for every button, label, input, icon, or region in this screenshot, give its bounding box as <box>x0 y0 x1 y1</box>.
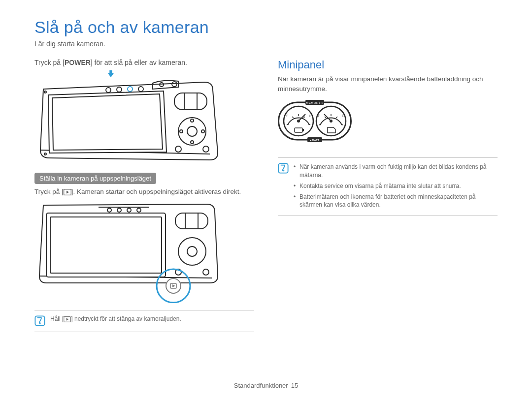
svg-point-2 <box>160 83 164 87</box>
play-icon <box>64 188 71 198</box>
footer-section: Standardfunktioner <box>234 382 288 389</box>
divider <box>278 216 498 216</box>
svg-point-12 <box>187 126 197 136</box>
svg-point-16 <box>201 130 204 133</box>
svg-point-25 <box>127 208 131 212</box>
divider <box>278 157 498 158</box>
svg-point-17 <box>175 146 181 152</box>
svg-point-26 <box>137 208 141 212</box>
playback-section-label: Ställa in kameran på uppspelningsläget <box>34 173 156 184</box>
power-instruction-suffix: ] för att slå på eller av kameran. <box>91 59 187 66</box>
playback-suffix: ]. Kameran startar och uppspelningsläget… <box>71 188 241 195</box>
arrow-down-icon <box>34 69 254 78</box>
svg-point-6 <box>128 87 133 92</box>
svg-marker-22 <box>66 191 69 194</box>
svg-marker-42 <box>66 318 69 320</box>
minipanel-intro: När kameran är på visar minipanelen kvar… <box>278 74 498 93</box>
svg-point-32 <box>178 238 206 265</box>
svg-point-18 <box>203 146 209 152</box>
svg-text:F: F <box>318 114 320 118</box>
playback-instruction: Tryck på [ ]. Kameran startar och uppspe… <box>34 187 254 198</box>
minipanel-gauge-illustration: F E <box>278 99 498 145</box>
page-footer: Standardfunktioner15 <box>0 382 532 389</box>
camera-back-illustration <box>34 80 254 164</box>
page-subtitle: Lär dig starta kameran. <box>34 40 498 48</box>
footer-page-number: 15 <box>291 382 298 389</box>
svg-rect-29 <box>175 213 208 229</box>
svg-point-33 <box>187 247 197 256</box>
silence-note-prefix: Håll [ <box>50 315 64 322</box>
svg-point-4 <box>106 88 111 93</box>
svg-rect-0 <box>109 70 112 73</box>
minipanel-notes-list: När kameran används i varm och fuktig mi… <box>294 163 498 212</box>
svg-point-7 <box>138 87 143 92</box>
list-item: Kontakta service om visarna på mätarna i… <box>294 182 498 190</box>
silence-note-text: Håll [ ] nedtryckt för att stänga av kam… <box>50 315 181 328</box>
svg-point-13 <box>191 119 194 122</box>
gauge-label-batt: ◂ BATT. <box>310 139 320 142</box>
note-icon <box>278 163 289 212</box>
svg-point-5 <box>117 87 122 92</box>
page-title: Slå på och av kameran <box>34 18 498 37</box>
gauge-label-memory: MEMORY ▸ <box>306 101 323 104</box>
svg-point-63 <box>330 120 332 123</box>
svg-point-3 <box>172 82 177 87</box>
list-item: När kameran används i varm och fuktig mi… <box>294 163 498 180</box>
silence-note-suffix: ] nedtryckt för att stänga av kameraljud… <box>71 315 181 322</box>
power-label: POWER <box>65 59 91 66</box>
power-instruction-prefix: Tryck på [ <box>34 59 65 66</box>
divider <box>34 310 254 310</box>
svg-rect-28 <box>50 217 162 273</box>
power-instruction: Tryck på [POWER] för att slå på eller av… <box>34 59 254 66</box>
svg-point-51 <box>297 120 300 123</box>
svg-point-20 <box>44 153 46 155</box>
svg-point-23 <box>107 208 111 212</box>
silence-note: Håll [ ] nedtryckt för att stänga av kam… <box>34 315 254 328</box>
divider <box>34 332 254 332</box>
minipanel-heading: Minipanel <box>278 59 498 71</box>
note-icon <box>34 315 45 328</box>
list-item: Batterimätaren och ikonerna för batterie… <box>294 193 498 210</box>
svg-point-15 <box>180 130 183 133</box>
svg-point-14 <box>191 141 194 144</box>
svg-point-35 <box>203 269 209 275</box>
camera-playback-illustration <box>34 202 254 303</box>
svg-text:E: E <box>309 114 312 118</box>
svg-point-19 <box>44 91 46 93</box>
play-icon <box>64 316 71 324</box>
svg-text:E: E <box>342 114 344 118</box>
svg-text:F: F <box>286 114 288 118</box>
svg-rect-55 <box>302 129 304 131</box>
playback-prefix: Tryck på [ <box>34 188 64 195</box>
svg-point-24 <box>117 208 121 212</box>
svg-rect-8 <box>174 93 207 110</box>
